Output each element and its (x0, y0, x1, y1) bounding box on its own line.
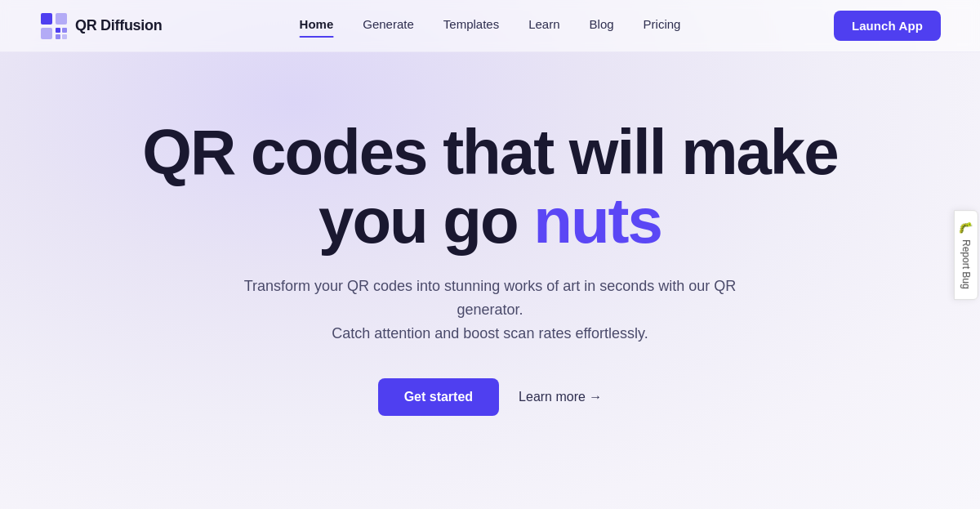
nav-links: Home Generate Templates Learn Blog Prici… (300, 17, 681, 34)
hero-heading-line2-prefix: you go (318, 185, 533, 257)
bug-icon: 🐛 (960, 221, 973, 234)
nav-templates[interactable]: Templates (443, 17, 499, 34)
hero-actions: Get started Learn more → (378, 378, 603, 416)
nav-pricing[interactable]: Pricing (644, 17, 681, 34)
launch-app-button[interactable]: Launch App (834, 11, 941, 41)
svg-rect-0 (41, 13, 52, 25)
navbar: QR Diffusion Home Generate Templates Lea… (0, 0, 980, 52)
nav-right: Launch App (834, 11, 941, 41)
svg-rect-2 (41, 28, 52, 39)
learn-more-link[interactable]: Learn more → (519, 390, 602, 404)
svg-rect-4 (62, 28, 67, 33)
hero-section: QR codes that will make you go nuts Tran… (0, 52, 980, 416)
nav-learn[interactable]: Learn (528, 17, 559, 34)
hero-subtext: Transform your QR codes into stunning wo… (229, 275, 751, 345)
logo-area: QR Diffusion (39, 11, 162, 41)
hero-heading: QR codes that will make you go nuts (142, 118, 837, 255)
svg-rect-3 (56, 28, 60, 33)
hero-subtext-line1: Transform your QR codes into stunning wo… (244, 278, 737, 318)
logo-text: QR Diffusion (75, 17, 162, 34)
hero-heading-line1: QR codes that will make (142, 116, 837, 188)
get-started-button[interactable]: Get started (378, 378, 499, 416)
nav-blog[interactable]: Blog (590, 17, 614, 34)
report-bug-button[interactable]: 🐛 Report Bug (954, 210, 978, 300)
nav-generate[interactable]: Generate (363, 17, 414, 34)
hero-heading-highlight: nuts (533, 185, 662, 257)
svg-rect-5 (56, 34, 60, 39)
svg-rect-1 (56, 13, 67, 25)
svg-rect-6 (62, 34, 67, 39)
hero-subtext-line2: Catch attention and boost scan rates eff… (332, 325, 648, 342)
report-bug-label: Report Bug (960, 239, 972, 289)
logo-icon (39, 11, 69, 41)
nav-home[interactable]: Home (300, 17, 334, 34)
